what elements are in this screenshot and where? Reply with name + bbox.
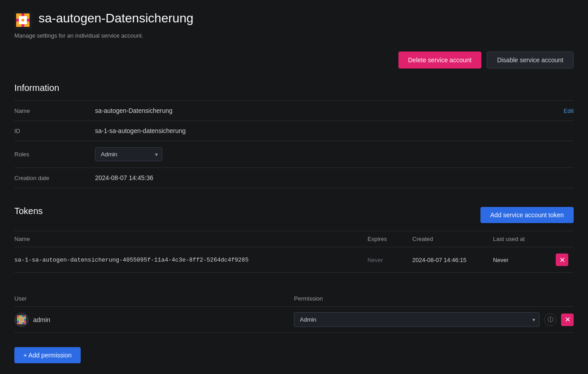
roles-label: Roles <box>14 151 95 158</box>
add-service-account-token-button[interactable]: Add service account token <box>480 207 574 223</box>
info-row-id: ID sa-1-sa-autogen-datensicherung <box>14 121 574 141</box>
token-name: sa-1-sa-autogen-datensicherung-4055095f-… <box>14 257 368 263</box>
svg-rect-27 <box>17 315 19 317</box>
info-row-roles: Roles Admin Editor Viewer <box>14 141 574 168</box>
tokens-table: Name Expires Created Last used at sa-1-s… <box>14 231 574 273</box>
delete-service-account-button[interactable]: Delete service account <box>398 52 482 69</box>
service-account-icon <box>14 12 32 30</box>
svg-rect-36 <box>24 317 26 319</box>
svg-rect-30 <box>22 315 24 317</box>
perm-select-wrapper: Admin Editor Viewer <box>294 312 540 327</box>
svg-rect-4 <box>24 13 27 16</box>
delete-token-button[interactable]: ✕ <box>556 254 568 266</box>
svg-rect-13 <box>22 19 24 21</box>
perm-user-cell: admin <box>14 313 294 327</box>
roles-select-wrapper: Admin Editor Viewer <box>95 147 162 161</box>
svg-rect-6 <box>16 16 19 19</box>
edit-name-link[interactable]: Edit <box>564 107 574 114</box>
top-actions: Delete service account Disable service a… <box>14 52 574 69</box>
svg-rect-23 <box>22 24 24 27</box>
svg-rect-40 <box>22 319 24 321</box>
permissions-col-headers: User Permission <box>14 291 574 307</box>
svg-rect-5 <box>27 13 30 16</box>
svg-rect-29 <box>21 315 22 317</box>
perm-col-header-permission: Permission <box>294 295 574 302</box>
token-created: 2024-08-07 14:46:15 <box>412 257 493 263</box>
svg-rect-37 <box>17 319 19 321</box>
svg-rect-2 <box>19 13 22 16</box>
svg-rect-33 <box>19 317 21 319</box>
svg-rect-43 <box>19 321 21 322</box>
svg-rect-32 <box>17 317 19 319</box>
token-expires: Never <box>368 257 412 263</box>
col-header-action <box>556 236 574 242</box>
col-header-name: Name <box>14 236 368 242</box>
svg-rect-14 <box>24 19 27 21</box>
svg-rect-20 <box>27 21 30 24</box>
svg-rect-44 <box>21 321 22 322</box>
svg-rect-1 <box>16 13 19 16</box>
svg-rect-11 <box>16 19 19 21</box>
svg-rect-9 <box>24 16 27 19</box>
tokens-header: Tokens Add service account token <box>14 206 574 224</box>
perm-permission-cell: Admin Editor Viewer ⓘ ✕ <box>294 312 574 327</box>
svg-rect-48 <box>19 322 21 324</box>
svg-rect-22 <box>19 24 22 27</box>
tokens-title: Tokens <box>14 206 43 216</box>
svg-rect-49 <box>21 322 22 324</box>
permission-info-button[interactable]: ⓘ <box>544 314 557 326</box>
information-title: Information <box>14 83 574 93</box>
info-row-creation-date: Creation date 2024-08-07 14:45:36 <box>14 168 574 188</box>
perm-username: admin <box>33 316 50 323</box>
name-value: sa-autogen-Datensicherung <box>95 107 564 114</box>
creation-date-label: Creation date <box>14 175 95 181</box>
svg-rect-3 <box>22 13 24 16</box>
roles-value: Admin Editor Viewer <box>95 147 574 161</box>
roles-select[interactable]: Admin Editor Viewer <box>95 147 162 161</box>
svg-rect-50 <box>22 322 24 324</box>
svg-rect-51 <box>24 322 26 324</box>
info-row-name: Name sa-autogen-Datensicherung Edit <box>14 101 574 121</box>
svg-rect-19 <box>24 21 27 24</box>
col-header-lastused: Last used at <box>493 236 556 242</box>
svg-rect-24 <box>24 24 27 27</box>
information-section: Information Name sa-autogen-Datensicheru… <box>14 83 574 188</box>
page-title: sa-autogen-Datensicherung <box>39 11 194 26</box>
svg-rect-41 <box>24 319 26 321</box>
delete-permission-button[interactable]: ✕ <box>561 314 574 326</box>
svg-rect-45 <box>22 321 24 322</box>
token-action: ✕ <box>556 254 574 266</box>
svg-rect-17 <box>19 21 22 24</box>
svg-rect-8 <box>22 16 24 19</box>
svg-rect-28 <box>19 315 21 317</box>
name-label: Name <box>14 107 95 114</box>
svg-rect-16 <box>16 21 19 24</box>
svg-rect-15 <box>27 19 30 21</box>
token-row: sa-1-sa-autogen-datensicherung-4055095f-… <box>14 247 574 273</box>
svg-rect-31 <box>24 315 26 317</box>
tokens-col-headers: Name Expires Created Last used at <box>14 231 574 247</box>
permissions-section: User Permission <box>14 291 574 333</box>
svg-rect-47 <box>17 322 19 324</box>
svg-rect-21 <box>16 24 19 27</box>
col-header-expires: Expires <box>368 236 412 242</box>
svg-rect-7 <box>19 16 22 19</box>
creation-date-value: 2024-08-07 14:45:36 <box>95 174 574 181</box>
token-lastused: Never <box>493 257 556 263</box>
svg-rect-10 <box>27 16 30 19</box>
add-permission-button[interactable]: + Add permission <box>14 347 81 363</box>
svg-rect-38 <box>19 319 21 321</box>
id-value: sa-1-sa-autogen-datensicherung <box>95 127 574 134</box>
svg-rect-42 <box>17 321 19 322</box>
id-label: ID <box>14 128 95 134</box>
svg-rect-12 <box>19 19 22 21</box>
page-subtitle: Manage settings for an individual servic… <box>14 32 574 39</box>
perm-permission-select[interactable]: Admin Editor Viewer <box>294 312 540 327</box>
disable-service-account-button[interactable]: Disable service account <box>487 52 574 69</box>
col-header-created: Created <box>412 236 493 242</box>
svg-rect-35 <box>22 317 24 319</box>
info-table: Name sa-autogen-Datensicherung Edit ID s… <box>14 100 574 188</box>
page-header: sa-autogen-Datensicherung <box>14 11 574 30</box>
perm-col-header-user: User <box>14 295 294 302</box>
avatar <box>14 313 29 327</box>
